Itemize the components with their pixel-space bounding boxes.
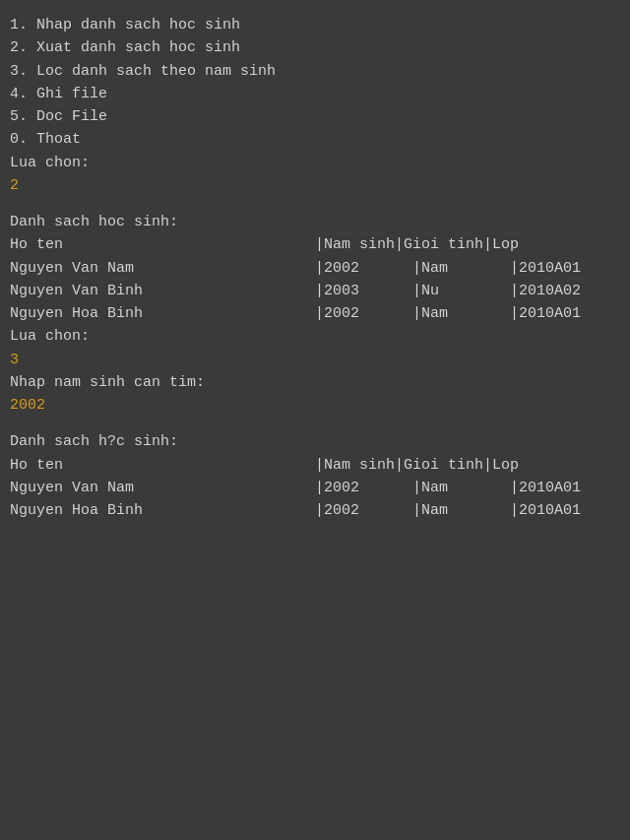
t2-row1-gioi-tinh: |Nam xyxy=(412,477,510,499)
t2-row2-gioi-tinh: |Nam xyxy=(412,499,510,522)
menu-item-0: 0. Thoat xyxy=(10,128,620,151)
col2-header-name: Ho ten xyxy=(10,454,315,477)
row2-nam-sinh: |2003 xyxy=(315,280,412,302)
table-row: Nguyen Van Binh |2003 |Nu |2010A02 xyxy=(10,280,620,302)
table-row: Nguyen Van Nam |2002 |Nam |2010A01 xyxy=(10,477,620,499)
t2-row2-lop: |2010A01 xyxy=(510,499,581,522)
col-header-nam-sinh: |Nam sinh xyxy=(315,233,395,256)
filter-value: 2002 xyxy=(10,394,620,417)
row3-lop: |2010A01 xyxy=(510,302,581,325)
row2-lop: |2010A02 xyxy=(510,280,581,302)
row1-nam-sinh: |2002 xyxy=(315,257,412,280)
row3-gioi-tinh: |Nam xyxy=(412,302,510,325)
table1-header: Ho ten |Nam sinh |Gioi tinh |Lop xyxy=(10,233,620,256)
col2-header-lop: |Lop xyxy=(483,454,519,477)
table-row: Nguyen Hoa Binh |2002 |Nam |2010A01 xyxy=(10,302,620,325)
row1-gioi-tinh: |Nam xyxy=(412,257,510,280)
prompt-label-2: Lua chon: xyxy=(10,325,620,348)
t2-row1-nam-sinh: |2002 xyxy=(315,477,412,499)
table-row: Nguyen Van Nam |2002 |Nam |2010A01 xyxy=(10,257,620,280)
menu-item-2: 2. Xuat danh sach hoc sinh xyxy=(10,36,620,59)
menu-item-1: 1. Nhap danh sach hoc sinh xyxy=(10,14,620,36)
col-header-gioi-tinh: |Gioi tinh xyxy=(395,233,483,256)
user-choice-2: 3 xyxy=(10,349,620,371)
t2-row2-name: Nguyen Hoa Binh xyxy=(10,499,315,522)
row2-gioi-tinh: |Nu xyxy=(412,280,510,302)
col2-header-gioi-tinh: |Gioi tinh xyxy=(395,454,483,477)
menu-item-5: 5. Doc File xyxy=(10,105,620,128)
row1-lop: |2010A01 xyxy=(510,257,581,280)
col-header-name: Ho ten xyxy=(10,233,315,256)
row1-name: Nguyen Van Nam xyxy=(10,257,315,280)
row2-name: Nguyen Van Binh xyxy=(10,280,315,302)
prompt-label-1: Lua chon: xyxy=(10,152,620,174)
row3-name: Nguyen Hoa Binh xyxy=(10,302,315,325)
table-row: Nguyen Hoa Binh |2002 |Nam |2010A01 xyxy=(10,499,620,522)
table1-title: Danh sach hoc sinh: xyxy=(10,211,620,233)
col-header-lop: |Lop xyxy=(483,233,519,256)
table2-header: Ho ten |Nam sinh |Gioi tinh |Lop xyxy=(10,454,620,477)
col2-header-nam-sinh: |Nam sinh xyxy=(315,454,395,477)
menu-item-3: 3. Loc danh sach theo nam sinh xyxy=(10,60,620,83)
t2-row1-lop: |2010A01 xyxy=(510,477,581,499)
table2-title: Danh sach h?c sinh: xyxy=(10,430,620,453)
user-choice-1: 2 xyxy=(10,174,620,197)
menu-item-4: 4. Ghi file xyxy=(10,83,620,105)
terminal: 1. Nhap danh sach hoc sinh 2. Xuat danh … xyxy=(4,10,626,830)
t2-row2-nam-sinh: |2002 xyxy=(315,499,412,522)
row3-nam-sinh: |2002 xyxy=(315,302,412,325)
filter-prompt: Nhap nam sinh can tim: xyxy=(10,371,620,394)
t2-row1-name: Nguyen Van Nam xyxy=(10,477,315,499)
